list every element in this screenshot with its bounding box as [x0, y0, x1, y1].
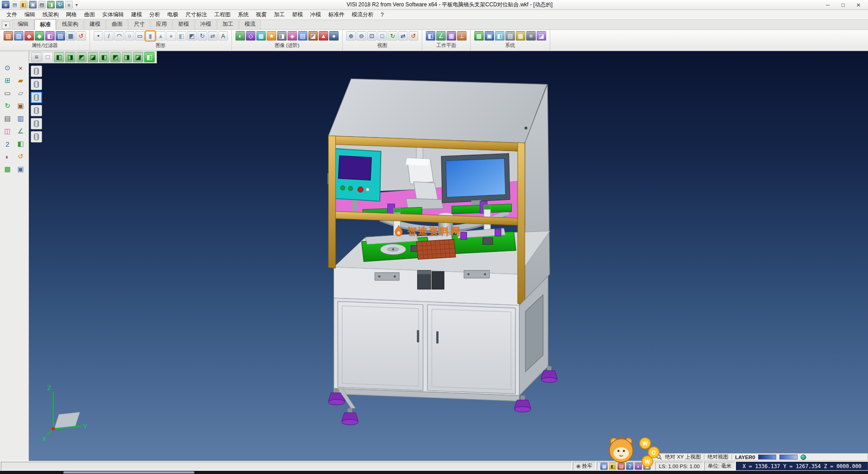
erase-icon[interactable]: ◫ [2, 125, 14, 137]
revolve-icon[interactable]: ↻ [198, 31, 207, 41]
workplane-3point-icon[interactable]: ∠ [436, 31, 446, 41]
sweep-icon[interactable]: ⇄ [208, 31, 217, 41]
top-view-icon[interactable]: ◩ [110, 52, 121, 62]
menu-item[interactable]: 尺寸标注 [182, 10, 211, 19]
rotate-view-icon[interactable]: ↻ [388, 31, 397, 41]
slanted-plane-icon[interactable]: ◪ [537, 31, 546, 41]
menu-item[interactable]: 实体编辑 [99, 10, 127, 19]
workplane-view-icon[interactable]: ▦ [447, 31, 456, 41]
layer-filter-icon[interactable]: ▤ [56, 31, 65, 41]
menu-item[interactable]: 建模 [127, 10, 146, 19]
scrollbar-thumb[interactable] [63, 471, 194, 474]
filter-add-icon[interactable]: ◆ [24, 31, 34, 41]
workflow-tab[interactable]: 编辑 [12, 19, 34, 29]
workflow-tab[interactable]: 塑模 [173, 19, 194, 29]
calculator-icon[interactable]: ≡ [526, 31, 536, 41]
menu-item[interactable]: 加工 [270, 10, 288, 19]
filter-remove-icon[interactable]: ◆ [35, 31, 44, 41]
open-file-icon[interactable]: ◧ [20, 1, 28, 9]
stamp-icon[interactable]: ▣ [15, 100, 27, 112]
pan-view-icon[interactable]: ⇄ [398, 31, 408, 41]
workflow-tab[interactable]: 标准 [34, 19, 56, 30]
filter-points-icon[interactable] [31, 118, 42, 129]
measure-icon[interactable]: ∠ [15, 125, 27, 137]
layer-color-swatch[interactable] [758, 455, 776, 460]
regenerate-icon[interactable]: ↻ [2, 100, 14, 112]
solid-cube-icon[interactable]: ◧ [15, 138, 27, 150]
filter-solids-icon[interactable] [31, 66, 42, 77]
restore-button[interactable]: □ [835, 0, 851, 9]
menu-item[interactable]: 模流分析 [348, 10, 377, 19]
left-view-icon[interactable]: ◪ [88, 52, 98, 62]
view-mode-label[interactable]: 绝对 XY 上视图 [665, 454, 701, 460]
new-file-icon[interactable]: ▤ [11, 1, 19, 9]
attribute-paint-icon[interactable]: ▧ [4, 31, 13, 41]
print-preview-icon[interactable]: ▤ [2, 113, 14, 124]
workflow-tab[interactable]: 冲模 [195, 19, 217, 29]
render-wireframe-icon[interactable]: ◇ [246, 31, 255, 41]
workflow-tab[interactable]: 建模 [84, 19, 106, 29]
line-icon[interactable]: / [104, 31, 113, 41]
menu-item[interactable]: 线架构 [39, 10, 62, 19]
quick-access-caret-icon[interactable]: ▾ [74, 2, 79, 7]
pin-segment[interactable]: ◉ 拴牢 [573, 462, 596, 470]
filter-surfaces-icon[interactable] [31, 79, 42, 90]
workflow-tab[interactable]: 曲面 [106, 19, 128, 29]
snap-grid-icon[interactable]: ⊞ [2, 75, 14, 86]
menu-item[interactable]: 标准件 [325, 10, 348, 19]
workflow-tab[interactable]: 应用 [151, 19, 172, 29]
units-segment[interactable]: 单位: 毫米 [704, 462, 735, 470]
box-icon[interactable]: ◧ [177, 31, 186, 41]
save-file-icon[interactable]: ▣ [29, 1, 37, 9]
capture-icon[interactable]: ◨ [47, 1, 55, 9]
menu-item[interactable]: 分析 [146, 10, 164, 19]
histogram-icon[interactable]: ▩ [2, 163, 14, 175]
menu-item[interactable]: 系统 [234, 10, 252, 19]
absolute-view-label[interactable]: 绝对视图 [708, 454, 728, 460]
active-layer-label[interactable]: LAYER0 [735, 455, 755, 460]
menu-item[interactable]: 冲模 [307, 10, 325, 19]
element-type-filter-icon[interactable]: ▦ [66, 31, 75, 41]
menu-item[interactable]: 塑模 [288, 10, 307, 19]
explode-view-icon[interactable]: ▲ [319, 31, 328, 41]
bottom-view-icon[interactable]: ◨ [122, 52, 132, 62]
close-button[interactable]: × [851, 0, 866, 9]
workplane-xy-icon[interactable]: ◧ [426, 31, 435, 41]
notebook-icon[interactable]: ▥ [15, 113, 27, 124]
menu-item[interactable]: 文件 [3, 10, 21, 19]
print-icon[interactable]: ▤ [38, 1, 46, 9]
extrude-icon[interactable]: ◩ [187, 31, 197, 41]
zoom-in-icon[interactable]: ⊕ [346, 31, 356, 41]
view-list-icon[interactable]: ≡ [31, 52, 42, 62]
texture-icon[interactable]: ▩ [256, 31, 266, 41]
light-icon[interactable]: ★ [267, 31, 276, 41]
status-ball-icon[interactable] [801, 455, 806, 460]
cad-machine-model[interactable]: Z Y X [29, 51, 868, 461]
menu-item[interactable]: 视窗 [252, 10, 270, 19]
workplane-reset-icon[interactable]: ⊥ [457, 31, 467, 41]
filter-edges-icon[interactable] [31, 105, 42, 116]
zoom-window-icon[interactable]: □ [377, 31, 387, 41]
text-element-icon[interactable]: A [218, 31, 228, 41]
redraw-icon[interactable]: ↻ [56, 1, 64, 9]
zoom-fit-icon[interactable]: ⊡ [367, 31, 377, 41]
workflow-tab[interactable]: 模流 [239, 19, 261, 29]
shading-mode-icon[interactable]: □ [42, 52, 53, 62]
grid-settings-icon[interactable]: ▦ [516, 31, 525, 41]
image-capture-icon[interactable]: ◧ [495, 31, 505, 41]
color-palette-icon[interactable]: ◐ [2, 151, 14, 162]
cone-icon[interactable]: ▲ [156, 31, 165, 41]
menu-item[interactable]: 电极 [164, 10, 182, 19]
dynamic-view-icon[interactable]: ◧ [144, 52, 155, 62]
filter-reset-icon[interactable]: ↺ [76, 31, 86, 41]
menu-item[interactable]: 工程图 [211, 10, 234, 19]
viewport-3d[interactable]: Z Y X ≡□◧◨◩◪◧◩◨◪◧ 智造资料网 [29, 51, 868, 461]
front-view-icon[interactable]: ◨ [65, 52, 75, 62]
delete-element-icon[interactable]: × [15, 62, 27, 74]
section-view-icon[interactable]: ◪ [308, 31, 318, 41]
menu-item[interactable]: 网格 [62, 10, 80, 19]
render-shaded-icon[interactable]: ◐ [236, 31, 245, 41]
circle-icon[interactable]: ○ [125, 31, 134, 41]
workflow-tab[interactable]: 线架构 [57, 19, 84, 29]
menu-item[interactable]: ? [377, 11, 387, 19]
